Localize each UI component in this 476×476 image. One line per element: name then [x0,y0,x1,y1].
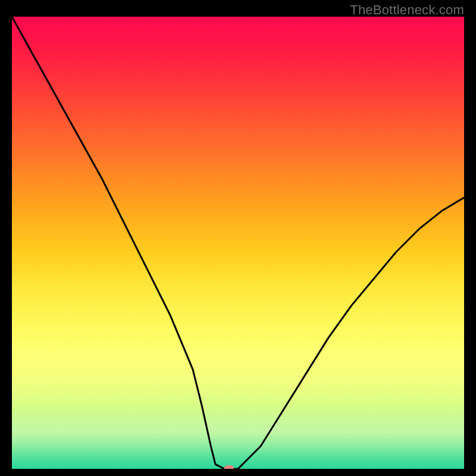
curve-svg [12,17,464,469]
chart-frame: TheBottleneck.com [0,0,476,476]
bottleneck-curve [12,17,464,469]
watermark-text: TheBottleneck.com [350,2,464,18]
optimum-marker [224,465,234,469]
plot-area [12,17,464,469]
